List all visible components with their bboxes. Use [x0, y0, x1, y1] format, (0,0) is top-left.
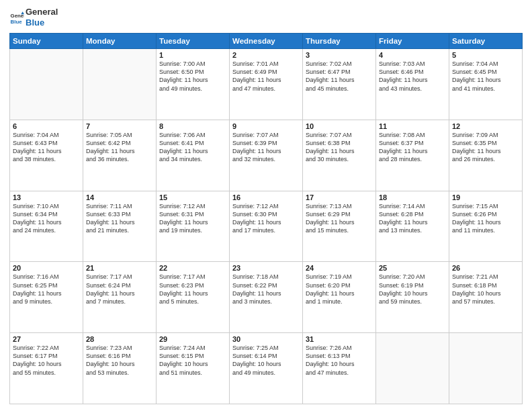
col-header-friday: Friday	[376, 34, 449, 49]
week-row-3: 13Sunrise: 7:10 AM Sunset: 6:34 PM Dayli…	[10, 191, 523, 262]
day-info: Sunrise: 7:17 AM Sunset: 6:23 PM Dayligh…	[159, 273, 226, 306]
logo: General Blue General Blue	[9, 7, 58, 28]
day-number: 16	[232, 193, 300, 201]
day-info: Sunrise: 7:20 AM Sunset: 6:19 PM Dayligh…	[379, 273, 446, 306]
day-number: 31	[306, 335, 373, 343]
day-info: Sunrise: 7:05 AM Sunset: 6:42 PM Dayligh…	[86, 131, 153, 164]
day-info: Sunrise: 7:17 AM Sunset: 6:24 PM Dayligh…	[86, 273, 153, 306]
day-info: Sunrise: 7:04 AM Sunset: 6:45 PM Dayligh…	[452, 60, 519, 93]
day-info: Sunrise: 7:18 AM Sunset: 6:22 PM Dayligh…	[232, 273, 300, 306]
calendar-header-row: SundayMondayTuesdayWednesdayThursdayFrid…	[10, 34, 523, 49]
day-cell: 13Sunrise: 7:10 AM Sunset: 6:34 PM Dayli…	[10, 191, 83, 262]
day-info: Sunrise: 7:09 AM Sunset: 6:35 PM Dayligh…	[452, 131, 519, 164]
day-number: 27	[13, 335, 80, 343]
day-number: 17	[306, 193, 373, 201]
day-number: 21	[86, 264, 153, 272]
day-info: Sunrise: 7:26 AM Sunset: 6:13 PM Dayligh…	[306, 344, 373, 377]
day-number: 23	[232, 264, 300, 272]
day-cell: 23Sunrise: 7:18 AM Sunset: 6:22 PM Dayli…	[230, 262, 303, 333]
day-cell: 27Sunrise: 7:22 AM Sunset: 6:17 PM Dayli…	[10, 333, 83, 404]
day-cell: 19Sunrise: 7:15 AM Sunset: 6:26 PM Dayli…	[449, 191, 523, 262]
day-number: 28	[86, 335, 153, 343]
day-cell: 8Sunrise: 7:06 AM Sunset: 6:41 PM Daylig…	[157, 120, 230, 191]
day-number: 22	[159, 264, 226, 272]
day-number: 26	[452, 264, 519, 272]
day-number: 12	[452, 122, 519, 130]
day-info: Sunrise: 7:23 AM Sunset: 6:16 PM Dayligh…	[86, 344, 153, 377]
day-cell: 14Sunrise: 7:11 AM Sunset: 6:33 PM Dayli…	[83, 191, 157, 262]
day-info: Sunrise: 7:15 AM Sunset: 6:26 PM Dayligh…	[452, 202, 519, 235]
day-info: Sunrise: 7:06 AM Sunset: 6:41 PM Dayligh…	[159, 131, 226, 164]
day-info: Sunrise: 7:21 AM Sunset: 6:18 PM Dayligh…	[452, 273, 519, 306]
day-info: Sunrise: 7:02 AM Sunset: 6:47 PM Dayligh…	[306, 60, 373, 93]
week-row-2: 6Sunrise: 7:04 AM Sunset: 6:43 PM Daylig…	[10, 120, 523, 191]
day-number: 8	[159, 122, 226, 130]
col-header-wednesday: Wednesday	[230, 34, 303, 49]
col-header-thursday: Thursday	[303, 34, 376, 49]
day-info: Sunrise: 7:12 AM Sunset: 6:30 PM Dayligh…	[232, 202, 300, 235]
day-info: Sunrise: 7:10 AM Sunset: 6:34 PM Dayligh…	[13, 202, 80, 235]
col-header-tuesday: Tuesday	[157, 34, 230, 49]
day-cell: 25Sunrise: 7:20 AM Sunset: 6:19 PM Dayli…	[376, 262, 449, 333]
day-cell: 17Sunrise: 7:13 AM Sunset: 6:29 PM Dayli…	[303, 191, 376, 262]
col-header-sunday: Sunday	[10, 34, 83, 49]
day-cell: 22Sunrise: 7:17 AM Sunset: 6:23 PM Dayli…	[157, 262, 230, 333]
day-cell: 4Sunrise: 7:03 AM Sunset: 6:46 PM Daylig…	[376, 49, 449, 120]
day-cell: 21Sunrise: 7:17 AM Sunset: 6:24 PM Dayli…	[83, 262, 157, 333]
logo-text-general: General	[26, 7, 58, 17]
day-cell: 3Sunrise: 7:02 AM Sunset: 6:47 PM Daylig…	[303, 49, 376, 120]
day-info: Sunrise: 7:12 AM Sunset: 6:31 PM Dayligh…	[159, 202, 226, 235]
day-number: 19	[452, 193, 519, 201]
day-info: Sunrise: 7:08 AM Sunset: 6:37 PM Dayligh…	[379, 131, 446, 164]
day-cell: 2Sunrise: 7:01 AM Sunset: 6:49 PM Daylig…	[230, 49, 303, 120]
day-number: 15	[159, 193, 226, 201]
day-cell: 5Sunrise: 7:04 AM Sunset: 6:45 PM Daylig…	[449, 49, 523, 120]
day-cell	[10, 49, 83, 120]
page: General Blue General Blue SundayMondayTu…	[0, 0, 532, 411]
day-number: 10	[306, 122, 373, 130]
day-cell: 15Sunrise: 7:12 AM Sunset: 6:31 PM Dayli…	[157, 191, 230, 262]
day-cell: 28Sunrise: 7:23 AM Sunset: 6:16 PM Dayli…	[83, 333, 157, 404]
day-info: Sunrise: 7:22 AM Sunset: 6:17 PM Dayligh…	[13, 344, 80, 377]
col-header-saturday: Saturday	[449, 34, 523, 49]
day-info: Sunrise: 7:04 AM Sunset: 6:43 PM Dayligh…	[13, 131, 80, 164]
day-cell: 18Sunrise: 7:14 AM Sunset: 6:28 PM Dayli…	[376, 191, 449, 262]
day-cell: 24Sunrise: 7:19 AM Sunset: 6:20 PM Dayli…	[303, 262, 376, 333]
day-number: 4	[379, 51, 446, 59]
day-number: 24	[306, 264, 373, 272]
day-info: Sunrise: 7:01 AM Sunset: 6:49 PM Dayligh…	[232, 60, 300, 93]
day-number: 20	[13, 264, 80, 272]
logo-icon: General Blue	[9, 10, 24, 25]
day-info: Sunrise: 7:24 AM Sunset: 6:15 PM Dayligh…	[159, 344, 226, 377]
day-number: 5	[452, 51, 519, 59]
day-cell: 6Sunrise: 7:04 AM Sunset: 6:43 PM Daylig…	[10, 120, 83, 191]
day-number: 25	[379, 264, 446, 272]
day-number: 1	[159, 51, 226, 59]
day-number: 3	[306, 51, 373, 59]
day-cell: 29Sunrise: 7:24 AM Sunset: 6:15 PM Dayli…	[157, 333, 230, 404]
day-cell: 20Sunrise: 7:16 AM Sunset: 6:25 PM Dayli…	[10, 262, 83, 333]
week-row-1: 1Sunrise: 7:00 AM Sunset: 6:50 PM Daylig…	[10, 49, 523, 120]
day-cell	[376, 333, 449, 404]
day-cell: 30Sunrise: 7:25 AM Sunset: 6:14 PM Dayli…	[230, 333, 303, 404]
day-cell: 7Sunrise: 7:05 AM Sunset: 6:42 PM Daylig…	[83, 120, 157, 191]
header: General Blue General Blue	[9, 7, 523, 28]
day-cell: 10Sunrise: 7:07 AM Sunset: 6:38 PM Dayli…	[303, 120, 376, 191]
day-cell: 11Sunrise: 7:08 AM Sunset: 6:37 PM Dayli…	[376, 120, 449, 191]
day-number: 2	[232, 51, 300, 59]
day-cell: 9Sunrise: 7:07 AM Sunset: 6:39 PM Daylig…	[230, 120, 303, 191]
calendar-table: SundayMondayTuesdayWednesdayThursdayFrid…	[9, 33, 523, 404]
col-header-monday: Monday	[83, 34, 157, 49]
day-info: Sunrise: 7:11 AM Sunset: 6:33 PM Dayligh…	[86, 202, 153, 235]
day-cell: 26Sunrise: 7:21 AM Sunset: 6:18 PM Dayli…	[449, 262, 523, 333]
day-number: 11	[379, 122, 446, 130]
day-number: 6	[13, 122, 80, 130]
day-number: 29	[159, 335, 226, 343]
day-number: 9	[232, 122, 300, 130]
day-info: Sunrise: 7:16 AM Sunset: 6:25 PM Dayligh…	[13, 273, 80, 306]
day-info: Sunrise: 7:07 AM Sunset: 6:39 PM Dayligh…	[232, 131, 300, 164]
day-cell	[449, 333, 523, 404]
week-row-4: 20Sunrise: 7:16 AM Sunset: 6:25 PM Dayli…	[10, 262, 523, 333]
day-info: Sunrise: 7:03 AM Sunset: 6:46 PM Dayligh…	[379, 60, 446, 93]
day-info: Sunrise: 7:13 AM Sunset: 6:29 PM Dayligh…	[306, 202, 373, 235]
